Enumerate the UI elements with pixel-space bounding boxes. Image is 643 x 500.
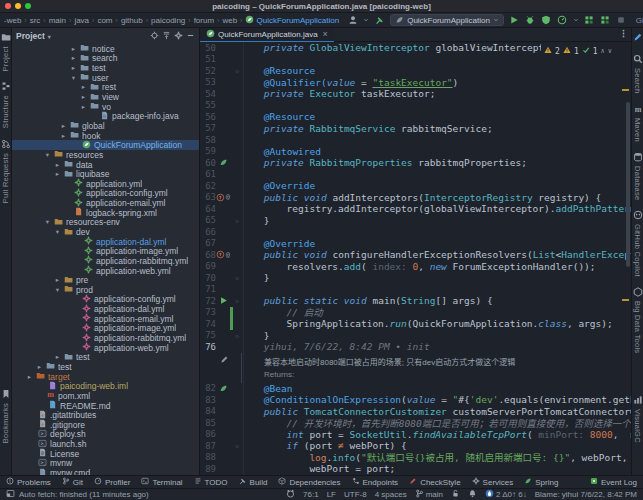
editor-scrollbar[interactable]	[626, 102, 630, 267]
tree-chevron-icon[interactable]: ▸	[54, 161, 61, 169]
code-line-68[interactable]: 68@public void configureHandlerException…	[200, 249, 631, 261]
tool-window-button-profiler[interactable]: Profiler	[94, 477, 130, 487]
tree-item-pom-xml[interactable]: mpom.xml	[12, 391, 199, 401]
breadcrumb-item[interactable]: com	[97, 16, 112, 25]
code-line-85[interactable]: 85// 开发环境时，首先判断8080端口是否可用；若可用则直接使用，否则选择一…	[200, 417, 631, 429]
tree-item-application-image-yml[interactable]: application-image.yml	[12, 246, 199, 256]
tree-item-application-rabbitmq-yml[interactable]: application-rabbitmq.yml	[12, 256, 199, 266]
tool-window-button-event-log[interactable]: Event Log	[590, 477, 637, 487]
profiler-grid-icon[interactable]	[600, 15, 611, 26]
tree-chevron-icon[interactable]: ▾	[70, 74, 77, 82]
tool-window-switcher-icon[interactable]	[6, 489, 15, 500]
code-line-66[interactable]: 66	[200, 226, 631, 238]
tree-item-resources[interactable]: ▾resources	[12, 150, 199, 160]
gear-icon[interactable]	[174, 31, 183, 42]
code-line-89[interactable]: 89webPort = port;	[200, 463, 631, 475]
code-line-62[interactable]: 62@Override	[200, 180, 631, 192]
tool-stripe-item-pull-requests[interactable]: Pull Requests	[1, 139, 11, 203]
tree-chevron-icon[interactable]: ▸	[70, 64, 77, 72]
tree-item-application-email-yml[interactable]: application-email.yml	[12, 314, 199, 324]
tree-item-quickforumapplication[interactable]: QuickForumApplication	[12, 140, 199, 150]
tool-window-button-services[interactable]: Services	[472, 477, 514, 487]
user-menu-icon[interactable]	[347, 15, 358, 26]
tree-chevron-icon[interactable]: ▾	[44, 151, 51, 159]
code-line-52[interactable]: 52◇@Resource	[200, 65, 631, 77]
tool-stripe-item-bookmarks[interactable]: Bookmarks	[1, 389, 11, 443]
tool-stripe-item-structure[interactable]: Structure	[1, 81, 11, 128]
tree-item-target[interactable]: ▸target	[12, 372, 199, 382]
debug-button[interactable]	[525, 15, 536, 26]
breadcrumb-item[interactable]: forum	[194, 16, 214, 25]
tree-chevron-icon[interactable]: ▸	[60, 132, 67, 140]
code-line-88[interactable]: 88log.info("默认端口号{}被占用, 随机启用新端口号: {}", w…	[200, 452, 631, 464]
code-line-76[interactable]: 76yihui, 7/6/22, 8:42 PM • init	[200, 341, 631, 353]
tree-item-application-web-yml[interactable]: application-web.yml	[12, 343, 199, 353]
collapse-all-icon[interactable]	[162, 31, 171, 42]
tool-stripe-item-big-data-tools[interactable]: Big Data Tools	[633, 287, 643, 353]
fold-icon[interactable]: ◇	[233, 217, 241, 224]
inspections-widget[interactable]: 2 1 1 ∧ ∨	[541, 45, 615, 57]
tree-chevron-icon[interactable]: ▸	[26, 373, 33, 381]
fold-icon[interactable]: ◇	[233, 332, 241, 339]
tree-chevron-icon[interactable]: ▸	[80, 103, 87, 111]
tool-window-button-git[interactable]: Git	[62, 477, 83, 487]
build-hammer-icon[interactable]	[374, 15, 385, 26]
breadcrumb-item[interactable]: main	[49, 16, 66, 25]
code-line-86[interactable]: 86int port = SocketUtil.findAvailableTcp…	[200, 429, 631, 441]
tree-item-view[interactable]: ▸view	[12, 92, 199, 102]
tree-item-application-image-yml[interactable]: application-image.yml	[12, 324, 199, 334]
tree-item-paicoding-web-iml[interactable]: paicoding-web.iml	[12, 381, 199, 391]
tool-stripe-item-database[interactable]: Database	[633, 152, 643, 201]
tree-item-data[interactable]: ▸data	[12, 160, 199, 170]
code-line-83[interactable]: 83@ConditionalOnExpression(value = "#{'d…	[200, 394, 631, 406]
tool-window-button-dependencies[interactable]: Dependencies	[278, 477, 340, 487]
tree-item-user[interactable]: ▾user	[12, 73, 199, 83]
tree-chevron-icon[interactable]: ▸	[80, 93, 87, 101]
close-icon[interactable]: ×	[323, 29, 328, 39]
tree-chevron-icon[interactable]: ▾	[54, 286, 61, 294]
tree-chevron-icon[interactable]: ▸	[60, 122, 67, 130]
code-line-67[interactable]: 67@Override	[200, 238, 631, 250]
code-line-59[interactable]: 59@Autowired	[200, 146, 631, 158]
tree-item-rest[interactable]: ▸rest	[12, 83, 199, 93]
next-problem-icon[interactable]: ∨	[608, 47, 612, 55]
tree-item-application-config-yml[interactable]: application-config.yml	[12, 189, 199, 199]
breadcrumb-item[interactable]: java	[74, 16, 89, 25]
spring-bean-gutter-icon[interactable]	[216, 157, 230, 168]
tool-window-button-checkstyle[interactable]: CheckStyle	[409, 477, 460, 487]
profiler-grid-icon[interactable]	[584, 15, 595, 26]
code-line-71[interactable]: 71	[200, 284, 631, 296]
tree-item-test[interactable]: ▸test	[12, 63, 199, 73]
status-widget-memi[interactable]	[286, 489, 295, 500]
stripe-warning-mark[interactable]	[622, 299, 629, 301]
run-configuration-select[interactable]: QuickForumApplication	[390, 14, 504, 26]
code-area[interactable]: 2 1 1 ∧ ∨ 50private GlobalViewIntercepto…	[200, 42, 631, 475]
status-widget-2-0-6-[interactable]: 2 Δ0↑ 6↓	[485, 489, 527, 500]
tree-item-application-dal-yml[interactable]: application-dal.yml	[12, 237, 199, 247]
tool-stripe-item-search[interactable]: Search	[633, 54, 643, 94]
tool-window-button-todo[interactable]: TODO	[194, 477, 228, 487]
hide-panel-icon[interactable]	[186, 31, 195, 42]
tree-chevron-icon[interactable]: ▸	[36, 363, 43, 371]
tree-item-prod[interactable]: ▾prod	[12, 285, 199, 295]
tree-chevron-icon[interactable]: ▸	[70, 45, 77, 53]
status-widget-4-spaces[interactable]: 4 spaces	[375, 490, 407, 499]
breadcrumb-item[interactable]: web	[222, 16, 237, 25]
chevron-down-icon[interactable]	[573, 15, 579, 26]
tree-item-search[interactable]: ▸search	[12, 54, 199, 64]
tool-window-button-terminal[interactable]: Terminal	[141, 477, 182, 487]
tool-window-button-spring[interactable]: Spring	[524, 477, 558, 487]
tree-chevron-icon[interactable]: ▸	[54, 276, 61, 284]
prev-problem-icon[interactable]: ∧	[601, 47, 605, 55]
status-widget-76-1[interactable]: 76:1	[303, 490, 319, 499]
code-line-64[interactable]: 64registry.addInterceptor(globalViewInte…	[200, 203, 631, 215]
code-line-65[interactable]: 65◇}	[200, 215, 631, 227]
tree-item-test[interactable]: ▸test	[12, 353, 199, 363]
tree-item-application-rabbitmq-yml[interactable]: application-rabbitmq.yml	[12, 333, 199, 343]
status-widget-main[interactable]: main	[415, 489, 443, 500]
tree-item-application-web-yml[interactable]: application-web.yml	[12, 266, 199, 276]
tool-window-button-problems[interactable]: Problems	[6, 477, 51, 487]
project-view-select[interactable]: Project	[16, 31, 45, 41]
code-line-57[interactable]: 57private RabbitmqService rabbitmqServic…	[200, 123, 631, 135]
breadcrumb-item[interactable]: github	[121, 16, 143, 25]
